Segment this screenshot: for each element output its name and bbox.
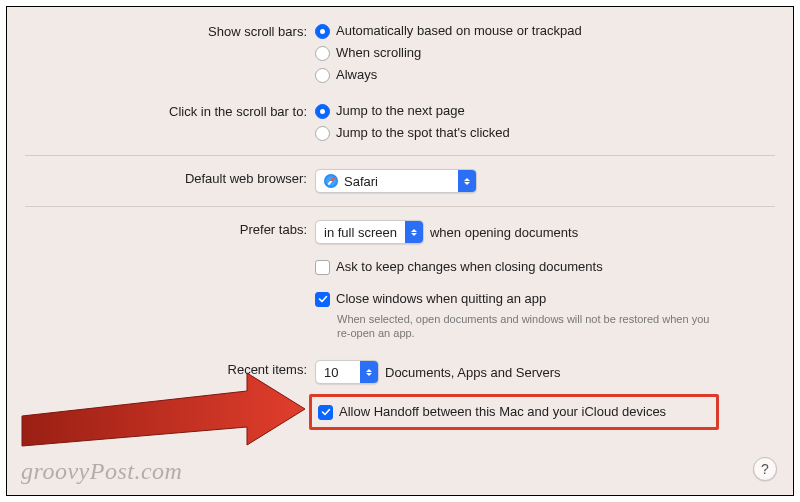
prefer-tabs-select[interactable]: in full screen bbox=[315, 220, 424, 244]
help-icon: ? bbox=[761, 461, 769, 477]
stepper-arrows-icon bbox=[405, 221, 423, 243]
row-recent-items: Recent items: 10 Documents, Apps and Ser… bbox=[7, 357, 793, 433]
row-click-in-scroll-bar: Click in the scroll bar to: Jump to the … bbox=[7, 99, 793, 145]
select-value: in full screen bbox=[316, 225, 405, 240]
radio-label: Jump to the spot that's clicked bbox=[336, 124, 510, 142]
row-default-browser: Default web browser: Safari bbox=[7, 166, 793, 196]
divider bbox=[25, 155, 775, 156]
radio-scroll-when-scrolling[interactable]: When scrolling bbox=[315, 44, 793, 62]
radio-indicator-icon bbox=[315, 104, 330, 119]
highlight-box: Allow Handoff between this Mac and your … bbox=[309, 394, 719, 430]
close-windows-hint: When selected, open documents and window… bbox=[315, 312, 717, 340]
label-prefer-tabs: Prefer tabs: bbox=[7, 220, 315, 237]
radio-label: Jump to the next page bbox=[336, 102, 465, 120]
checkbox-indicator-icon bbox=[315, 292, 330, 307]
radio-indicator-icon bbox=[315, 68, 330, 83]
default-browser-select[interactable]: Safari bbox=[315, 169, 477, 193]
divider bbox=[25, 206, 775, 207]
help-button[interactable]: ? bbox=[753, 457, 777, 481]
recent-items-suffix: Documents, Apps and Servers bbox=[385, 365, 561, 380]
recent-items-select[interactable]: 10 bbox=[315, 360, 379, 384]
radio-label: Automatically based on mouse or trackpad bbox=[336, 22, 582, 40]
label-click-in-scroll-bar: Click in the scroll bar to: bbox=[7, 102, 315, 119]
radio-indicator-icon bbox=[315, 46, 330, 61]
stepper-arrows-icon bbox=[458, 170, 476, 192]
safari-icon bbox=[324, 174, 338, 188]
radio-label: When scrolling bbox=[336, 44, 421, 62]
settings-body: Show scroll bars: Automatically based on… bbox=[7, 7, 793, 433]
checkbox-label: Close windows when quitting an app bbox=[336, 290, 546, 308]
label-recent-items: Recent items: bbox=[7, 360, 315, 377]
row-show-scroll-bars: Show scroll bars: Automatically based on… bbox=[7, 19, 793, 87]
checkbox-ask-to-keep[interactable]: Ask to keep changes when closing documen… bbox=[315, 258, 793, 276]
radio-jump-to-spot[interactable]: Jump to the spot that's clicked bbox=[315, 124, 793, 142]
watermark-text: groovyPost.com bbox=[21, 458, 182, 485]
label-default-browser: Default web browser: bbox=[7, 169, 315, 186]
radio-label: Always bbox=[336, 66, 377, 84]
general-preferences-pane: Show scroll bars: Automatically based on… bbox=[6, 6, 794, 496]
stepper-arrows-icon bbox=[360, 361, 378, 383]
radio-jump-next-page[interactable]: Jump to the next page bbox=[315, 102, 793, 120]
label-show-scroll-bars: Show scroll bars: bbox=[7, 22, 315, 39]
checkbox-indicator-icon bbox=[318, 405, 333, 420]
checkbox-label: Ask to keep changes when closing documen… bbox=[336, 258, 603, 276]
select-value: 10 bbox=[316, 365, 346, 380]
checkbox-close-windows[interactable]: Close windows when quitting an app bbox=[315, 290, 793, 308]
checkbox-allow-handoff[interactable]: Allow Handoff between this Mac and your … bbox=[318, 403, 666, 421]
prefer-tabs-suffix: when opening documents bbox=[430, 225, 578, 240]
radio-indicator-icon bbox=[315, 126, 330, 141]
row-prefer-tabs: Prefer tabs: in full screen when opening… bbox=[7, 217, 793, 343]
radio-indicator-icon bbox=[315, 24, 330, 39]
checkbox-indicator-icon bbox=[315, 260, 330, 275]
radio-scroll-auto[interactable]: Automatically based on mouse or trackpad bbox=[315, 22, 793, 40]
radio-scroll-always[interactable]: Always bbox=[315, 66, 793, 84]
checkbox-label: Allow Handoff between this Mac and your … bbox=[339, 403, 666, 421]
select-value: Safari bbox=[344, 174, 378, 189]
